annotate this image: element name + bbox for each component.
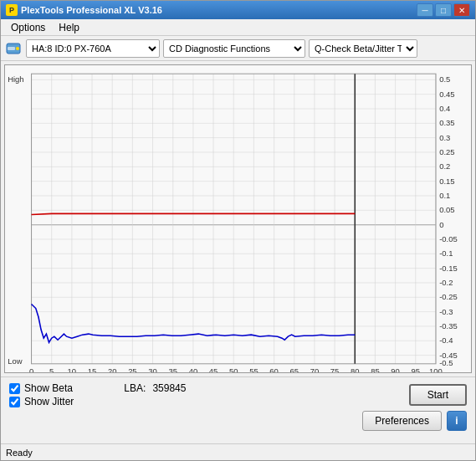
svg-rect-2 (8, 47, 15, 50)
chart-container: 0.5 0.45 0.4 0.35 0.3 0.25 0.2 0.15 0.1 … (5, 65, 471, 372)
function-select[interactable]: CD Diagnostic Functions (163, 39, 305, 58)
svg-text:High: High (8, 76, 23, 85)
svg-text:60: 60 (269, 367, 278, 372)
svg-text:-0.15: -0.15 (439, 264, 458, 273)
svg-text:35: 35 (168, 367, 177, 372)
info-button[interactable]: i (447, 411, 467, 431)
svg-text:0.4: 0.4 (439, 105, 450, 113)
menu-help[interactable]: Help (52, 20, 86, 35)
controls-row: Show Beta Show Jitter LBA: 359845 Start (9, 382, 467, 407)
window-controls: ─ □ ✕ (417, 3, 470, 17)
svg-text:85: 85 (371, 367, 379, 372)
svg-text:75: 75 (330, 367, 339, 372)
main-window: P PlexTools Professional XL V3.16 ─ □ ✕ … (0, 0, 476, 461)
svg-text:0: 0 (439, 221, 443, 229)
chart-svg: 0.5 0.45 0.4 0.35 0.3 0.25 0.2 0.15 0.1 … (5, 65, 471, 372)
status-text: Ready (6, 448, 33, 458)
app-icon: P (6, 4, 18, 16)
svg-text:0.35: 0.35 (439, 120, 454, 128)
svg-text:0.5: 0.5 (439, 76, 450, 85)
svg-text:10: 10 (68, 367, 76, 372)
toolbar: HA:8 ID:0 PX-760A CD Diagnostic Function… (1, 36, 475, 61)
title-bar: P PlexTools Professional XL V3.16 ─ □ ✕ (1, 1, 475, 19)
drive-select[interactable]: HA:8 ID:0 PX-760A (26, 39, 160, 58)
checkboxes: Show Beta Show Jitter (9, 382, 74, 407)
svg-text:-0.5: -0.5 (439, 359, 453, 367)
svg-text:Low: Low (8, 357, 23, 366)
lba-value: 359845 (152, 382, 186, 394)
svg-text:-0.25: -0.25 (439, 293, 458, 301)
show-jitter-row: Show Jitter (9, 396, 74, 407)
close-button[interactable]: ✕ (453, 3, 470, 17)
svg-text:100: 100 (429, 367, 443, 372)
maximize-button[interactable]: □ (435, 3, 452, 17)
svg-text:95: 95 (412, 367, 420, 372)
show-beta-row: Show Beta (9, 382, 74, 394)
svg-text:15: 15 (88, 367, 96, 372)
svg-text:90: 90 (391, 367, 399, 372)
menu-options[interactable]: Options (4, 20, 52, 35)
svg-text:5: 5 (49, 367, 54, 372)
svg-text:0.05: 0.05 (439, 206, 454, 214)
svg-text:45: 45 (209, 367, 218, 372)
svg-text:-0.2: -0.2 (439, 279, 453, 287)
svg-text:0.1: 0.1 (439, 192, 450, 200)
svg-text:55: 55 (249, 367, 258, 372)
lba-label: LBA: (124, 382, 146, 394)
menubar: Options Help (1, 19, 475, 36)
test-select[interactable]: Q-Check Beta/Jitter Test (309, 39, 417, 58)
svg-text:70: 70 (310, 367, 319, 372)
svg-text:80: 80 (351, 367, 359, 372)
svg-text:0.25: 0.25 (439, 148, 454, 156)
show-beta-label: Show Beta (24, 382, 73, 394)
bottom-panel: Show Beta Show Jitter LBA: 359845 Start … (1, 376, 475, 443)
svg-text:-0.4: -0.4 (439, 336, 453, 345)
svg-text:0.2: 0.2 (439, 162, 450, 171)
svg-text:0.15: 0.15 (439, 177, 454, 186)
svg-text:30: 30 (148, 367, 156, 372)
svg-text:40: 40 (189, 367, 197, 372)
show-jitter-label: Show Jitter (24, 396, 74, 407)
svg-text:0.3: 0.3 (439, 134, 450, 142)
svg-text:0.45: 0.45 (439, 90, 454, 99)
chart-area: 0.5 0.45 0.4 0.35 0.3 0.25 0.2 0.15 0.1 … (4, 64, 472, 373)
svg-text:-0.3: -0.3 (439, 308, 453, 316)
show-beta-checkbox[interactable] (9, 383, 20, 394)
window-title: PlexTools Professional XL V3.16 (21, 5, 417, 15)
drive-icon (4, 39, 23, 58)
svg-text:-0.1: -0.1 (439, 249, 453, 258)
preferences-button[interactable]: Preferences (362, 411, 442, 431)
minimize-button[interactable]: ─ (417, 3, 433, 17)
svg-text:-0.05: -0.05 (439, 235, 458, 243)
svg-text:20: 20 (108, 367, 116, 372)
start-button[interactable]: Start (409, 384, 467, 406)
svg-text:25: 25 (128, 367, 136, 372)
svg-text:65: 65 (290, 367, 299, 372)
svg-point-1 (16, 47, 19, 50)
lba-section: LBA: 359845 (124, 382, 186, 394)
status-bar: Ready (1, 443, 475, 460)
preferences-row: Preferences i (9, 411, 467, 431)
svg-text:-0.35: -0.35 (439, 322, 458, 330)
svg-text:0: 0 (29, 367, 33, 372)
show-jitter-checkbox[interactable] (9, 397, 20, 407)
svg-text:50: 50 (229, 367, 238, 372)
